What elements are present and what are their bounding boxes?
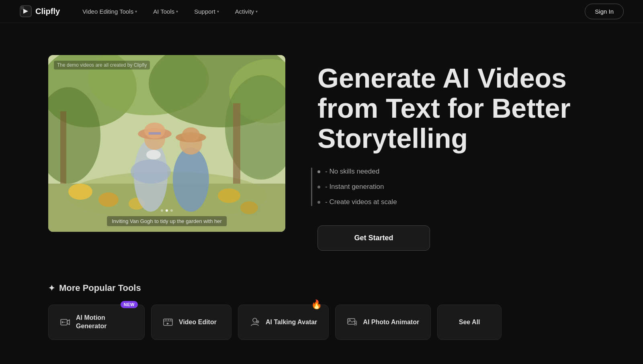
section-title: ✦ More Popular Tools [48, 283, 595, 293]
svg-point-14 [218, 188, 240, 203]
video-progress-dots [161, 209, 173, 212]
video-editor-icon [163, 317, 173, 327]
sparkle-icon: ✦ [48, 283, 55, 293]
hot-badge: 🔥 [311, 300, 322, 309]
video-caption-bottom: Inviting Van Gogh to tidy up the garden … [107, 216, 227, 226]
nav-item-support[interactable]: Support ▾ [188, 5, 225, 18]
dot-2 [166, 209, 168, 212]
svg-rect-27 [233, 103, 240, 184]
svg-point-12 [98, 192, 119, 207]
logo[interactable]: Clipfly [19, 5, 60, 18]
photo-animator-icon [347, 317, 357, 327]
chevron-down-icon: ▾ [217, 9, 219, 14]
sign-in-button[interactable]: Sign In [585, 4, 624, 19]
svg-point-25 [131, 160, 171, 184]
chevron-down-icon: ▾ [176, 9, 178, 14]
bullet-dot-3 [317, 201, 320, 204]
tool-label-ai-motion: AI Motion Generator [76, 314, 106, 331]
hero-bullets: - No skills needed - Instant generation … [317, 168, 595, 206]
nav-item-ai-tools[interactable]: AI Tools ▾ [147, 5, 184, 18]
svg-rect-31 [164, 319, 172, 325]
hero-video[interactable]: The demo videos are all created by Clipf… [48, 55, 285, 232]
get-started-button[interactable]: Get Started [317, 225, 430, 251]
motion-icon [60, 317, 70, 327]
logo-icon [19, 5, 32, 18]
video-background [48, 55, 285, 232]
svg-point-19 [182, 127, 200, 142]
nav-item-video-editing[interactable]: Video Editing Tools ▾ [76, 5, 143, 18]
see-all-card[interactable]: See All [437, 305, 502, 340]
svg-point-11 [68, 184, 92, 200]
video-caption-top: The demo videos are all created by Clipf… [54, 61, 150, 70]
svg-rect-1 [21, 6, 24, 10]
dot-3 [170, 209, 173, 212]
hero-title: Generate AI Videos from Text for Better … [317, 63, 595, 153]
bullet-item-3: - Create videos at scale [317, 198, 595, 206]
hero-text: Generate AI Videos from Text for Better … [317, 55, 595, 251]
bullet-item-2: - Instant generation [317, 183, 595, 191]
tool-card-ai-photo-animator[interactable]: AI Photo Animator [335, 305, 431, 340]
new-badge: NEW [121, 301, 138, 308]
tool-card-ai-avatar[interactable]: 🔥 AI Talking Avatar [238, 305, 329, 340]
tools-grid: NEW AI Motion Generator Video Editor [48, 305, 595, 340]
bullet-dot-1 [317, 170, 320, 173]
nav-menu: Video Editing Tools ▾ AI Tools ▾ Support… [76, 5, 264, 18]
tool-card-video-editor[interactable]: Video Editor [151, 305, 231, 340]
svg-rect-28 [60, 111, 66, 184]
svg-point-30 [62, 321, 63, 323]
dot-1 [161, 209, 163, 212]
nav-left: Clipfly Video Editing Tools ▾ AI Tools ▾… [19, 5, 264, 18]
see-all-label: See All [459, 319, 480, 326]
hero-section: The demo videos are all created by Clipf… [0, 23, 643, 275]
svg-point-16 [173, 147, 209, 212]
svg-point-26 [146, 150, 161, 160]
svg-point-15 [240, 201, 258, 214]
bullet-bar [311, 168, 312, 206]
popular-tools-section: ✦ More Popular Tools NEW AI Motion Gener… [0, 275, 643, 364]
svg-rect-24 [149, 132, 161, 135]
chevron-down-icon: ▾ [256, 9, 258, 14]
nav-item-activity[interactable]: Activity ▾ [229, 5, 264, 18]
tool-label-ai-avatar: AI Talking Avatar [266, 318, 317, 327]
svg-point-23 [144, 123, 165, 139]
bullet-item-1: - No skills needed [317, 168, 595, 176]
logo-text: Clipfly [35, 7, 60, 16]
tool-label-video-editor: Video Editor [179, 318, 217, 327]
chevron-down-icon: ▾ [135, 9, 137, 14]
tool-card-ai-motion[interactable]: NEW AI Motion Generator [48, 305, 145, 340]
avatar-icon [250, 317, 260, 327]
navbar: Clipfly Video Editing Tools ▾ AI Tools ▾… [0, 0, 643, 23]
painting-svg [48, 55, 285, 232]
tool-label-ai-photo-animator: AI Photo Animator [363, 318, 419, 327]
bullet-dot-2 [317, 186, 320, 188]
